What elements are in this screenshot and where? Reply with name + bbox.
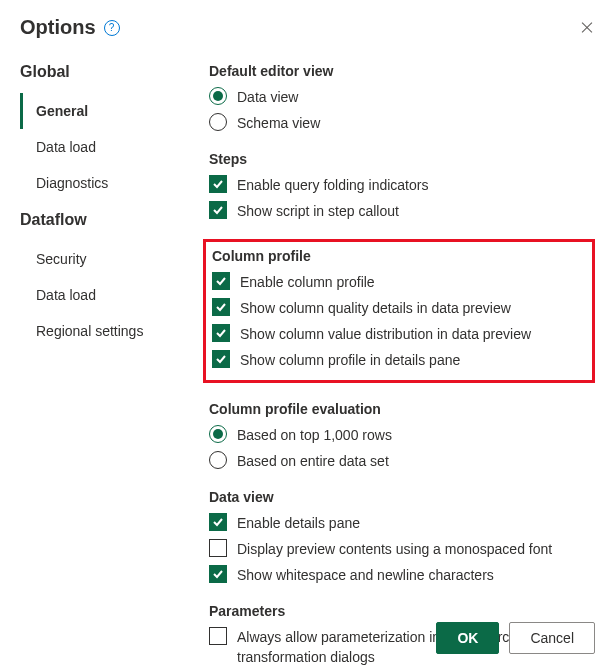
radio-entire-set[interactable] xyxy=(209,451,227,469)
radio-top-1000[interactable] xyxy=(209,425,227,443)
checkbox-whitespace[interactable] xyxy=(209,565,227,583)
highlight-column-profile: Column profile Enable column profile Sho… xyxy=(203,239,595,383)
section-default-editor-view: Default editor view Data view Schema vie… xyxy=(209,63,595,133)
option-label: Based on top 1,000 rows xyxy=(237,425,392,445)
option-label: Show whitespace and newline characters xyxy=(237,565,494,585)
close-icon[interactable] xyxy=(579,20,595,36)
checkbox-query-folding[interactable] xyxy=(209,175,227,193)
checkbox-enable-column-profile[interactable] xyxy=(212,272,230,290)
section-header: Default editor view xyxy=(209,63,595,79)
help-icon[interactable]: ? xyxy=(104,20,120,36)
sidebar-item-regional-settings[interactable]: Regional settings xyxy=(20,313,185,349)
checkbox-monospaced[interactable] xyxy=(209,539,227,557)
radio-data-view[interactable] xyxy=(209,87,227,105)
sidebar-group-dataflow: Dataflow xyxy=(20,211,185,229)
option-label: Enable details pane xyxy=(237,513,360,533)
section-column-profile-eval: Column profile evaluation Based on top 1… xyxy=(209,401,595,471)
option-label: Based on entire data set xyxy=(237,451,389,471)
checkbox-column-quality[interactable] xyxy=(212,298,230,316)
sidebar-item-diagnostics[interactable]: Diagnostics xyxy=(20,165,185,201)
section-header: Column profile evaluation xyxy=(209,401,595,417)
option-label: Show script in step callout xyxy=(237,201,399,221)
sidebar-item-data-load-global[interactable]: Data load xyxy=(20,129,185,165)
option-label: Show column profile in details pane xyxy=(240,350,460,370)
option-label: Enable column profile xyxy=(240,272,375,292)
option-label: Show column quality details in data prev… xyxy=(240,298,511,318)
main-panel: Default editor view Data view Schema vie… xyxy=(209,63,595,670)
radio-schema-view[interactable] xyxy=(209,113,227,131)
option-label: Show column value distribution in data p… xyxy=(240,324,531,344)
checkbox-script-callout[interactable] xyxy=(209,201,227,219)
section-header: Parameters xyxy=(209,603,595,619)
checkbox-details-pane[interactable] xyxy=(209,513,227,531)
sidebar-group-global: Global xyxy=(20,63,185,81)
sidebar-item-security[interactable]: Security xyxy=(20,241,185,277)
option-label: Display preview contents using a monospa… xyxy=(237,539,552,559)
ok-button[interactable]: OK xyxy=(436,622,499,654)
checkbox-parameterization[interactable] xyxy=(209,627,227,645)
checkbox-column-profile-details[interactable] xyxy=(212,350,230,368)
dialog-footer: OK Cancel xyxy=(436,622,595,654)
dialog-title: Options xyxy=(20,16,96,39)
option-label: Data view xyxy=(237,87,298,107)
sidebar-item-general[interactable]: General xyxy=(20,93,185,129)
dialog-header: Options ? xyxy=(20,16,595,39)
sidebar: Global General Data load Diagnostics Dat… xyxy=(20,63,185,670)
section-header: Column profile xyxy=(212,248,586,264)
section-header: Data view xyxy=(209,489,595,505)
cancel-button[interactable]: Cancel xyxy=(509,622,595,654)
section-header: Steps xyxy=(209,151,595,167)
checkbox-column-value-dist[interactable] xyxy=(212,324,230,342)
option-label: Enable query folding indicators xyxy=(237,175,428,195)
sidebar-item-data-load-dataflow[interactable]: Data load xyxy=(20,277,185,313)
section-steps: Steps Enable query folding indicators Sh… xyxy=(209,151,595,221)
section-data-view: Data view Enable details pane Display pr… xyxy=(209,489,595,585)
option-label: Schema view xyxy=(237,113,320,133)
